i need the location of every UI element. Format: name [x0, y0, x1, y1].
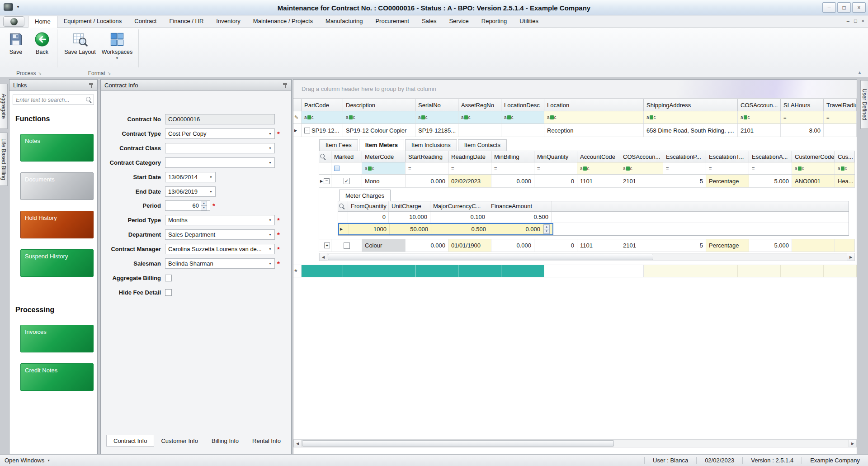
- cell-customercode[interactable]: ANO0001: [792, 175, 835, 187]
- end-date-field[interactable]: 13/06/2019 ▼: [165, 186, 216, 197]
- cell-marked[interactable]: ✓: [331, 175, 362, 187]
- collapse-row-button[interactable]: −: [304, 128, 310, 133]
- meter-row-colour[interactable]: + Colour 0.000 01/01/1900 0.000 0 1101 2…: [319, 239, 855, 252]
- spinner-down-icon[interactable]: ▼: [201, 206, 207, 210]
- notes-button[interactable]: Notes: [20, 134, 94, 162]
- back-button[interactable]: Back: [29, 30, 55, 68]
- period-spinner[interactable]: 60 ▲ ▼: [165, 200, 210, 211]
- new-cell-description[interactable]: [343, 265, 415, 277]
- cell-serialno[interactable]: SP19-12185...: [415, 124, 458, 137]
- meters-filter-marked[interactable]: [331, 162, 362, 174]
- tab-equipment-locations[interactable]: Equipment / Locations: [57, 15, 128, 28]
- cell-financeamount[interactable]: 0.500: [488, 212, 552, 223]
- cell-minbilling[interactable]: 0.000: [491, 239, 534, 252]
- cell-locationdesc[interactable]: [501, 124, 544, 137]
- expand-row-button[interactable]: +: [324, 243, 330, 248]
- column-header-description[interactable]: Description: [343, 99, 415, 111]
- cell-escalationt[interactable]: Percentage: [706, 175, 749, 187]
- sidebar-tab-user-defined[interactable]: User Defined: [860, 80, 868, 129]
- spinner-up-icon[interactable]: ▲: [201, 201, 207, 206]
- cell-slahours[interactable]: 8.00: [781, 124, 824, 137]
- cell-startreading[interactable]: 0.000: [406, 175, 448, 187]
- meters-column-header-metercode[interactable]: MeterCode: [362, 151, 406, 162]
- meters-filter-startreading[interactable]: =: [406, 162, 448, 174]
- cell-minbilling[interactable]: 0.000: [491, 175, 534, 187]
- cell-cus[interactable]: [835, 239, 855, 252]
- invoices-button[interactable]: Invoices: [20, 325, 94, 352]
- tab-utilities[interactable]: Utilities: [513, 15, 545, 28]
- scroll-thumb[interactable]: [328, 254, 653, 260]
- contract-category-dropdown[interactable]: ▼: [165, 157, 275, 168]
- marked-checkbox[interactable]: ✓: [344, 178, 350, 184]
- salesman-dropdown[interactable]: Belinda Sharman ▼: [165, 258, 275, 269]
- suspend-history-button[interactable]: Suspend History: [20, 249, 94, 277]
- cell-marked[interactable]: [331, 239, 362, 252]
- meters-filter-accountcode[interactable]: [577, 162, 620, 174]
- save-button[interactable]: Save: [3, 30, 29, 68]
- save-layout-button[interactable]: Save Layout: [62, 30, 98, 68]
- meters-filter-customercode[interactable]: [792, 162, 835, 174]
- workspaces-button[interactable]: Workspaces ▼: [100, 30, 134, 68]
- dropdown-arrow-icon[interactable]: ▼: [266, 161, 272, 164]
- charges-column-header-majorcurrency[interactable]: MajorCurrencyC...: [430, 201, 488, 211]
- filter-cell-slahours[interactable]: =: [781, 111, 824, 124]
- cell-cosaccount[interactable]: 2101: [620, 239, 663, 252]
- contract-class-dropdown[interactable]: ▼: [165, 143, 275, 153]
- meters-column-header-startreading[interactable]: StartReading: [406, 151, 448, 162]
- meters-column-header-minquantity[interactable]: MinQuantity: [534, 151, 577, 162]
- cell-travelradius[interactable]: [824, 124, 857, 137]
- dropdown-arrow-icon[interactable]: ▼: [266, 132, 272, 135]
- cell-shippingaddress[interactable]: 658 Dime Road, South Riding, ,...: [644, 124, 738, 137]
- tab-item-contacts[interactable]: Item Contacts: [458, 139, 507, 151]
- cell-cus[interactable]: Hea...: [835, 175, 855, 187]
- start-date-field[interactable]: 13/06/2014 ▼: [165, 172, 216, 182]
- meters-filter-minquantity[interactable]: =: [534, 162, 577, 174]
- tab-billing-info[interactable]: Billing Info: [205, 435, 245, 447]
- tab-contract[interactable]: Contract: [128, 15, 163, 28]
- tab-service[interactable]: Service: [443, 15, 475, 28]
- cell-escalationp[interactable]: 5: [663, 239, 706, 252]
- scroll-right-button[interactable]: ▶: [849, 440, 856, 447]
- search-icon[interactable]: [339, 204, 344, 209]
- dialog-launcher-icon[interactable]: ↘: [108, 71, 111, 76]
- column-header-shippingaddress[interactable]: ShippingAddress: [644, 99, 738, 111]
- cell-description[interactable]: SP19-12 Colour Copier: [343, 124, 415, 137]
- filter-cell-locationdesc[interactable]: [501, 111, 544, 124]
- new-cell-shippingaddress[interactable]: [644, 265, 738, 277]
- collapse-ribbon-icon[interactable]: ▲: [858, 70, 862, 75]
- search-icon[interactable]: [86, 97, 91, 102]
- filter-cell-travelradius[interactable]: =: [824, 111, 857, 124]
- cell-escalationa[interactable]: 5.000: [749, 175, 792, 187]
- dropdown-arrow-icon[interactable]: ▼: [266, 233, 272, 236]
- close-button[interactable]: ×: [852, 2, 866, 13]
- tab-item-fees[interactable]: Item Fees: [319, 139, 358, 151]
- cell-escalationa[interactable]: 5.000: [749, 239, 792, 252]
- meters-column-header-customercode[interactable]: CustomerCode: [792, 151, 835, 162]
- contract-type-dropdown[interactable]: Cost Per Copy ▼: [165, 128, 275, 139]
- meters-filter-escalationa[interactable]: =: [749, 162, 792, 174]
- cell-cosaccount[interactable]: 2101: [738, 124, 781, 137]
- dropdown-arrow-icon[interactable]: ▼: [207, 176, 212, 179]
- tab-sales[interactable]: Sales: [415, 15, 443, 28]
- dialog-launcher-icon[interactable]: ↘: [38, 71, 42, 76]
- meters-filter-cus[interactable]: [835, 162, 855, 174]
- scroll-thumb[interactable]: [302, 440, 614, 447]
- meters-column-header-escalationp[interactable]: EscalationP...: [663, 151, 706, 162]
- cell-minquantity[interactable]: 0: [534, 239, 577, 252]
- scroll-left-button[interactable]: ◀: [320, 253, 327, 261]
- main-hscrollbar[interactable]: ◀ ▶: [293, 439, 857, 447]
- tab-item-inclusions[interactable]: Item Inclusions: [405, 139, 457, 151]
- meters-column-header-escalationa[interactable]: EscalationA...: [749, 151, 792, 162]
- maximize-button[interactable]: □: [837, 2, 851, 13]
- new-item-row[interactable]: *: [293, 265, 857, 277]
- meters-filter-minbilling[interactable]: =: [491, 162, 534, 174]
- equipment-row[interactable]: ▶ − SP19-12... SP19-12 Colour Copier SP1…: [293, 124, 857, 137]
- tab-item-meters[interactable]: Item Meters: [359, 139, 404, 151]
- child-restore-button[interactable]: □: [854, 18, 857, 24]
- dropdown-arrow-icon[interactable]: ▼: [266, 219, 272, 222]
- meters-filter-cosaccount[interactable]: [620, 162, 663, 174]
- column-header-travelradius[interactable]: TravelRadiu...: [824, 99, 857, 111]
- cell-partcode[interactable]: − SP19-12...: [302, 124, 343, 137]
- column-header-partcode[interactable]: PartCode: [302, 99, 343, 111]
- column-header-cosaccount[interactable]: COSAccoun...: [738, 99, 781, 111]
